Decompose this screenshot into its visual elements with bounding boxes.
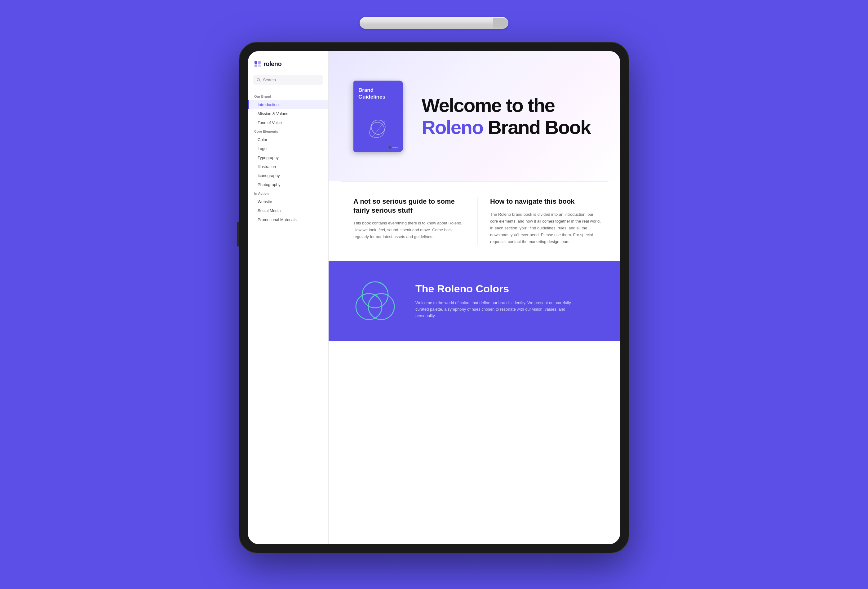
hero-section: Brand Guidelines ⬛ roleno — [329, 51, 620, 182]
search-box[interactable] — [253, 75, 323, 85]
hero-headline-prefix: Welcome to the — [422, 94, 555, 116]
sidebar-item-promotional-materials[interactable]: Promotional Materials — [248, 215, 328, 224]
nav-section-our-brand: Our Brand Introduction Mission & Values … — [248, 92, 328, 127]
sidebar-item-iconography[interactable]: Iconography — [248, 171, 328, 180]
ipad-screen: roleno Our Brand Introduction Mission & … — [248, 51, 620, 544]
info-card-navigate-title: How to navigate this book — [490, 197, 601, 206]
info-card-navigate-body: The Roleno brand book is divided into an… — [490, 211, 601, 245]
sidebar-item-illustration[interactable]: Illustration — [248, 162, 328, 171]
venn-diagram-icon — [353, 279, 397, 323]
main-content: Brand Guidelines ⬛ roleno — [329, 51, 620, 544]
sidebar-item-photography[interactable]: Photography — [248, 180, 328, 189]
roleno-logo-icon — [254, 61, 261, 68]
colors-text: The Roleno Colors Welcome to the world o… — [415, 283, 577, 319]
nav-section-in-action: In Action Website Social Media Promotion… — [248, 189, 328, 224]
info-card-guide: A not so serious guide to some fairly se… — [353, 197, 477, 245]
colors-section-body: Welcome to the world of colors that defi… — [415, 300, 577, 319]
ipad-frame: roleno Our Brand Introduction Mission & … — [239, 42, 629, 554]
colors-section-title: The Roleno Colors — [415, 283, 577, 295]
book-decoration-svg — [363, 115, 394, 145]
search-input[interactable] — [263, 78, 320, 82]
svg-rect-1 — [258, 61, 261, 64]
book-title: Brand Guidelines — [358, 87, 385, 100]
info-card-guide-title: A not so serious guide to some fairly se… — [353, 197, 465, 215]
svg-rect-0 — [254, 61, 257, 64]
info-card-navigate: How to navigate this book The Roleno bra… — [477, 197, 601, 245]
info-cards: A not so serious guide to some fairly se… — [329, 182, 620, 261]
hero-text: Welcome to the Roleno Brand Book — [422, 94, 590, 139]
sidebar-logo: roleno — [248, 61, 328, 75]
info-card-guide-body: This book contains everything there is t… — [353, 220, 465, 240]
svg-line-5 — [260, 81, 260, 81]
book-logo-small: ⬛ roleno — [388, 146, 399, 149]
sidebar-item-introduction[interactable]: Introduction — [248, 100, 328, 109]
nav-section-label-core-elements: Core Elements — [248, 127, 328, 135]
sidebar-item-social-media[interactable]: Social Media — [248, 206, 328, 215]
nav-section-label-in-action: In Action — [248, 189, 328, 197]
sidebar-item-mission-values[interactable]: Mission & Values — [248, 109, 328, 118]
nav-section-core-elements: Core Elements Color Logo Typography Illu… — [248, 127, 328, 189]
logo-text: roleno — [264, 61, 282, 68]
hero-brand-name: Roleno — [422, 117, 483, 138]
book-cover: Brand Guidelines ⬛ roleno — [353, 81, 403, 152]
sidebar: roleno Our Brand Introduction Mission & … — [248, 51, 329, 544]
sidebar-item-typography[interactable]: Typography — [248, 153, 328, 162]
sidebar-item-website[interactable]: Website — [248, 197, 328, 206]
colors-section: The Roleno Colors Welcome to the world o… — [329, 261, 620, 341]
nav-section-label-our-brand: Our Brand — [248, 92, 328, 100]
svg-rect-2 — [254, 65, 257, 67]
svg-rect-3 — [258, 65, 261, 67]
sidebar-item-logo[interactable]: Logo — [248, 144, 328, 153]
hero-headline: Welcome to the Roleno Brand Book — [422, 94, 590, 139]
sidebar-item-color[interactable]: Color — [248, 135, 328, 144]
sidebar-item-tone-of-voice[interactable]: Tone of Voice — [248, 118, 328, 127]
search-icon — [257, 78, 261, 82]
ipad-side-button — [237, 221, 239, 247]
apple-pencil — [360, 17, 508, 29]
hero-headline-suffix-text: Brand Book — [488, 117, 590, 138]
